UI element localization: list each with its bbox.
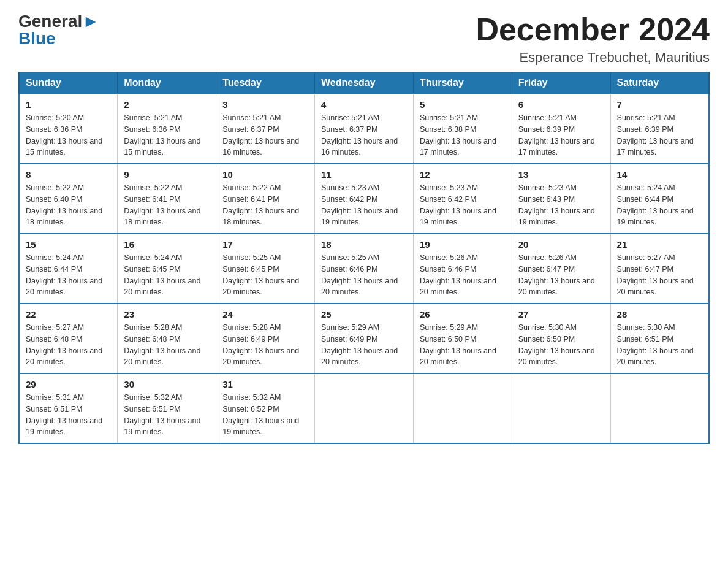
table-row: 17Sunrise: 5:25 AM Sunset: 6:45 PM Dayli… (216, 234, 315, 304)
table-row: 26Sunrise: 5:29 AM Sunset: 6:50 PM Dayli… (413, 304, 512, 373)
logo: General► Blue (18, 12, 99, 48)
day-info: Sunrise: 5:24 AM Sunset: 6:44 PM Dayligh… (617, 182, 702, 228)
table-row: 10Sunrise: 5:22 AM Sunset: 6:41 PM Dayli… (216, 164, 315, 234)
table-row: 14Sunrise: 5:24 AM Sunset: 6:44 PM Dayli… (610, 164, 709, 234)
table-row: 12Sunrise: 5:23 AM Sunset: 6:42 PM Dayli… (413, 164, 512, 234)
day-info: Sunrise: 5:22 AM Sunset: 6:40 PM Dayligh… (26, 182, 111, 228)
day-info: Sunrise: 5:32 AM Sunset: 6:51 PM Dayligh… (124, 392, 210, 438)
day-info: Sunrise: 5:28 AM Sunset: 6:48 PM Dayligh… (124, 322, 210, 368)
day-number: 24 (222, 309, 308, 320)
day-info: Sunrise: 5:27 AM Sunset: 6:47 PM Dayligh… (617, 252, 702, 298)
week-row-5: 29Sunrise: 5:31 AM Sunset: 6:51 PM Dayli… (19, 373, 709, 443)
day-info: Sunrise: 5:29 AM Sunset: 6:50 PM Dayligh… (420, 322, 506, 368)
day-info: Sunrise: 5:28 AM Sunset: 6:49 PM Dayligh… (222, 322, 308, 368)
month-title: December 2024 (476, 12, 710, 47)
day-number: 21 (617, 239, 702, 250)
day-info: Sunrise: 5:24 AM Sunset: 6:45 PM Dayligh… (124, 252, 210, 298)
day-info: Sunrise: 5:25 AM Sunset: 6:46 PM Dayligh… (321, 252, 407, 298)
day-number: 31 (222, 379, 308, 389)
day-number: 26 (420, 309, 506, 320)
table-row (413, 373, 512, 443)
day-number: 14 (617, 169, 702, 180)
logo-blue: Blue (18, 29, 56, 48)
week-row-1: 1Sunrise: 5:20 AM Sunset: 6:36 PM Daylig… (19, 94, 709, 164)
table-row: 6Sunrise: 5:21 AM Sunset: 6:39 PM Daylig… (512, 94, 610, 164)
day-info: Sunrise: 5:32 AM Sunset: 6:52 PM Dayligh… (222, 392, 308, 438)
day-number: 25 (321, 309, 407, 320)
day-info: Sunrise: 5:23 AM Sunset: 6:43 PM Dayligh… (518, 182, 604, 228)
week-row-3: 15Sunrise: 5:24 AM Sunset: 6:44 PM Dayli… (19, 234, 709, 304)
table-row: 28Sunrise: 5:30 AM Sunset: 6:51 PM Dayli… (610, 304, 709, 373)
day-number: 20 (518, 239, 604, 250)
day-number: 30 (124, 379, 210, 389)
page-header: General► Blue December 2024 Esperance Tr… (18, 12, 710, 66)
col-header-wednesday: Wednesday (315, 72, 414, 94)
day-number: 28 (617, 309, 702, 320)
table-row: 7Sunrise: 5:21 AM Sunset: 6:39 PM Daylig… (610, 94, 709, 164)
day-number: 29 (26, 379, 111, 389)
day-info: Sunrise: 5:23 AM Sunset: 6:42 PM Dayligh… (420, 182, 506, 228)
day-info: Sunrise: 5:21 AM Sunset: 6:39 PM Dayligh… (617, 112, 702, 158)
table-row: 1Sunrise: 5:20 AM Sunset: 6:36 PM Daylig… (19, 94, 118, 164)
day-number: 7 (617, 99, 702, 110)
day-info: Sunrise: 5:21 AM Sunset: 6:39 PM Dayligh… (518, 112, 604, 158)
table-row: 9Sunrise: 5:22 AM Sunset: 6:41 PM Daylig… (118, 164, 216, 234)
day-info: Sunrise: 5:21 AM Sunset: 6:37 PM Dayligh… (321, 112, 407, 158)
week-row-4: 22Sunrise: 5:27 AM Sunset: 6:48 PM Dayli… (19, 304, 709, 373)
header-row: SundayMondayTuesdayWednesdayThursdayFrid… (19, 72, 709, 94)
day-number: 3 (222, 99, 308, 110)
table-row: 2Sunrise: 5:21 AM Sunset: 6:36 PM Daylig… (118, 94, 216, 164)
day-number: 12 (420, 169, 506, 180)
day-info: Sunrise: 5:23 AM Sunset: 6:42 PM Dayligh… (321, 182, 407, 228)
day-number: 17 (222, 239, 308, 250)
table-row: 21Sunrise: 5:27 AM Sunset: 6:47 PM Dayli… (610, 234, 709, 304)
day-info: Sunrise: 5:22 AM Sunset: 6:41 PM Dayligh… (124, 182, 210, 228)
table-row: 22Sunrise: 5:27 AM Sunset: 6:48 PM Dayli… (19, 304, 118, 373)
table-row: 24Sunrise: 5:28 AM Sunset: 6:49 PM Dayli… (216, 304, 315, 373)
day-info: Sunrise: 5:20 AM Sunset: 6:36 PM Dayligh… (26, 112, 111, 158)
table-row: 30Sunrise: 5:32 AM Sunset: 6:51 PM Dayli… (118, 373, 216, 443)
day-info: Sunrise: 5:30 AM Sunset: 6:50 PM Dayligh… (518, 322, 604, 368)
table-row: 13Sunrise: 5:23 AM Sunset: 6:43 PM Dayli… (512, 164, 610, 234)
table-row: 29Sunrise: 5:31 AM Sunset: 6:51 PM Dayli… (19, 373, 118, 443)
location: Esperance Trebuchet, Mauritius (476, 50, 710, 66)
table-row: 15Sunrise: 5:24 AM Sunset: 6:44 PM Dayli… (19, 234, 118, 304)
day-info: Sunrise: 5:27 AM Sunset: 6:48 PM Dayligh… (26, 322, 111, 368)
day-number: 1 (26, 99, 111, 110)
day-info: Sunrise: 5:29 AM Sunset: 6:49 PM Dayligh… (321, 322, 407, 368)
day-info: Sunrise: 5:26 AM Sunset: 6:47 PM Dayligh… (518, 252, 604, 298)
day-number: 8 (26, 169, 111, 180)
table-row: 11Sunrise: 5:23 AM Sunset: 6:42 PM Dayli… (315, 164, 414, 234)
table-row: 19Sunrise: 5:26 AM Sunset: 6:46 PM Dayli… (413, 234, 512, 304)
day-number: 5 (420, 99, 506, 110)
day-number: 15 (26, 239, 111, 250)
day-info: Sunrise: 5:21 AM Sunset: 6:38 PM Dayligh… (420, 112, 506, 158)
table-row: 20Sunrise: 5:26 AM Sunset: 6:47 PM Dayli… (512, 234, 610, 304)
day-number: 2 (124, 99, 210, 110)
day-info: Sunrise: 5:30 AM Sunset: 6:51 PM Dayligh… (617, 322, 702, 368)
day-info: Sunrise: 5:25 AM Sunset: 6:45 PM Dayligh… (222, 252, 308, 298)
day-number: 13 (518, 169, 604, 180)
day-number: 10 (222, 169, 308, 180)
day-number: 19 (420, 239, 506, 250)
day-info: Sunrise: 5:21 AM Sunset: 6:37 PM Dayligh… (222, 112, 308, 158)
day-number: 27 (518, 309, 604, 320)
table-row: 8Sunrise: 5:22 AM Sunset: 6:40 PM Daylig… (19, 164, 118, 234)
day-number: 6 (518, 99, 604, 110)
title-block: December 2024 Esperance Trebuchet, Mauri… (476, 12, 710, 66)
calendar-table: SundayMondayTuesdayWednesdayThursdayFrid… (18, 72, 710, 444)
col-header-friday: Friday (512, 72, 610, 94)
table-row: 4Sunrise: 5:21 AM Sunset: 6:37 PM Daylig… (315, 94, 414, 164)
table-row: 31Sunrise: 5:32 AM Sunset: 6:52 PM Dayli… (216, 373, 315, 443)
table-row: 23Sunrise: 5:28 AM Sunset: 6:48 PM Dayli… (118, 304, 216, 373)
day-info: Sunrise: 5:22 AM Sunset: 6:41 PM Dayligh… (222, 182, 308, 228)
day-info: Sunrise: 5:26 AM Sunset: 6:46 PM Dayligh… (420, 252, 506, 298)
table-row: 27Sunrise: 5:30 AM Sunset: 6:50 PM Dayli… (512, 304, 610, 373)
day-number: 9 (124, 169, 210, 180)
table-row: 3Sunrise: 5:21 AM Sunset: 6:37 PM Daylig… (216, 94, 315, 164)
col-header-saturday: Saturday (610, 72, 709, 94)
col-header-tuesday: Tuesday (216, 72, 315, 94)
day-number: 16 (124, 239, 210, 250)
day-number: 4 (321, 99, 407, 110)
day-info: Sunrise: 5:21 AM Sunset: 6:36 PM Dayligh… (124, 112, 210, 158)
